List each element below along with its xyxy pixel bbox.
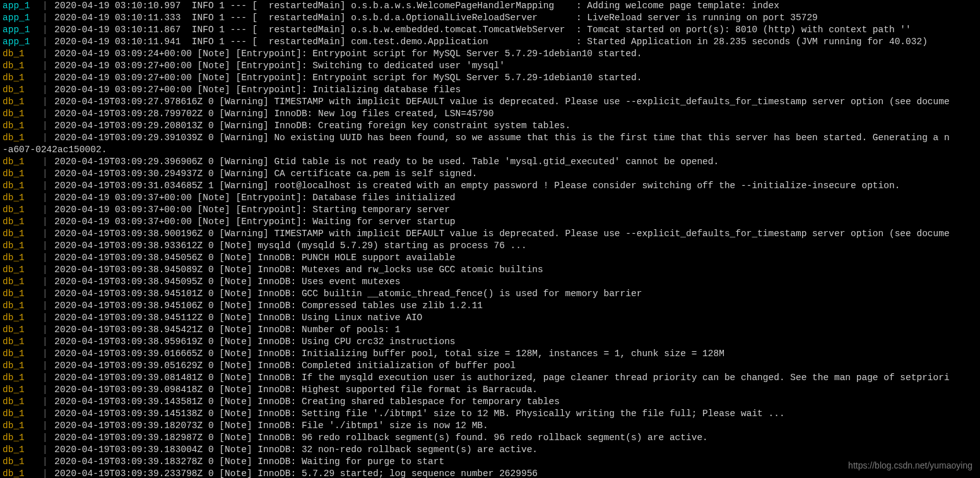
log-separator: | bbox=[35, 205, 54, 215]
log-prefix: db_1 bbox=[3, 313, 35, 323]
log-line: db_1 | 2020-04-19T03:09:27.978616Z 0 [Wa… bbox=[3, 96, 977, 108]
log-text: 2020-04-19 03:09:24+00:00 [Note] [Entryp… bbox=[54, 49, 642, 59]
log-prefix: db_1 bbox=[3, 73, 35, 83]
log-text: 2020-04-19T03:09:38.933612Z 0 [Note] mys… bbox=[54, 241, 526, 251]
log-text: 2020-04-19T03:09:39.143581Z 0 [Note] Inn… bbox=[54, 397, 560, 407]
log-line: db_1 | 2020-04-19T03:09:39.143581Z 0 [No… bbox=[3, 396, 977, 408]
log-text: 2020-04-19T03:09:39.183004Z 0 [Note] Inn… bbox=[54, 445, 538, 455]
log-line: db_1 | 2020-04-19T03:09:39.182987Z 0 [No… bbox=[3, 432, 977, 444]
log-separator: | bbox=[35, 373, 54, 383]
log-prefix: db_1 bbox=[3, 337, 35, 347]
log-separator: | bbox=[35, 325, 54, 335]
log-text: 2020-04-19 03:09:37+00:00 [Note] [Entryp… bbox=[54, 193, 455, 203]
log-separator: | bbox=[35, 349, 54, 359]
log-text: 2020-04-19T03:09:38.945421Z 0 [Note] Inn… bbox=[54, 325, 400, 335]
log-prefix: db_1 bbox=[3, 409, 35, 419]
log-prefix: db_1 bbox=[3, 229, 35, 239]
log-separator: | bbox=[35, 397, 54, 407]
log-prefix: db_1 bbox=[3, 181, 35, 191]
log-text: 2020-04-19T03:09:39.051629Z 0 [Note] Inn… bbox=[54, 361, 516, 371]
log-line: db_1 | 2020-04-19T03:09:30.294937Z 0 [Wa… bbox=[3, 168, 977, 180]
log-prefix: db_1 bbox=[3, 253, 35, 263]
log-prefix: db_1 bbox=[3, 361, 35, 371]
log-prefix: db_1 bbox=[3, 193, 35, 203]
log-line: db_1 | 2020-04-19T03:09:38.945056Z 0 [No… bbox=[3, 252, 977, 264]
log-prefix: db_1 bbox=[3, 421, 35, 431]
log-separator: | bbox=[35, 277, 54, 287]
log-text: 2020-04-19T03:09:39.145138Z 0 [Note] Inn… bbox=[54, 409, 784, 419]
log-text: 2020-04-19T03:09:39.182987Z 0 [Note] Inn… bbox=[54, 433, 707, 443]
log-separator: | bbox=[35, 109, 54, 119]
log-text: 2020-04-19T03:09:39.182073Z 0 [Note] Inn… bbox=[54, 421, 488, 431]
log-line: db_1 | 2020-04-19T03:09:28.799702Z 0 [Wa… bbox=[3, 108, 977, 120]
log-prefix: app_1 bbox=[3, 37, 35, 47]
log-line: app_1 | 2020-04-19 03:10:10.997 INFO 1 -… bbox=[3, 0, 977, 12]
log-prefix: db_1 bbox=[3, 97, 35, 107]
log-line: db_1 | 2020-04-19T03:09:38.945421Z 0 [No… bbox=[3, 324, 977, 336]
log-prefix: db_1 bbox=[3, 277, 35, 287]
log-line: db_1 | 2020-04-19T03:09:38.945095Z 0 [No… bbox=[3, 276, 977, 288]
log-prefix: db_1 bbox=[3, 157, 35, 167]
log-text: 2020-04-19T03:09:38.945056Z 0 [Note] Inn… bbox=[54, 253, 455, 263]
log-line: db_1 | 2020-04-19 03:09:37+00:00 [Note] … bbox=[3, 192, 977, 204]
log-line: app_1 | 2020-04-19 03:10:11.941 INFO 1 -… bbox=[3, 36, 977, 48]
log-text: 2020-04-19 03:09:27+00:00 [Note] [Entryp… bbox=[54, 73, 642, 83]
log-text: 2020-04-19 03:09:27+00:00 [Note] [Entryp… bbox=[54, 61, 505, 71]
log-prefix: db_1 bbox=[3, 325, 35, 335]
log-separator: | bbox=[35, 313, 54, 323]
log-text: 2020-04-19T03:09:38.900196Z 0 [Warning] … bbox=[54, 229, 949, 239]
log-line: -a607-0242ac150002. bbox=[3, 144, 977, 156]
log-prefix: db_1 bbox=[3, 301, 35, 311]
log-separator: | bbox=[35, 265, 54, 275]
log-separator: | bbox=[35, 301, 54, 311]
log-line: db_1 | 2020-04-19T03:09:38.945106Z 0 [No… bbox=[3, 300, 977, 312]
log-text: 2020-04-19 03:10:11.333 INFO 1 --- [ res… bbox=[54, 13, 818, 23]
log-separator: | bbox=[35, 1, 54, 11]
log-text: 2020-04-19T03:09:38.945106Z 0 [Note] Inn… bbox=[54, 301, 483, 311]
log-text: 2020-04-19T03:09:29.396906Z 0 [Warning] … bbox=[54, 157, 719, 167]
log-prefix: db_1 bbox=[3, 433, 35, 443]
log-prefix: app_1 bbox=[3, 1, 35, 11]
log-text: 2020-04-19 03:10:11.941 INFO 1 --- [ res… bbox=[54, 37, 928, 47]
log-line: db_1 | 2020-04-19T03:09:38.933612Z 0 [No… bbox=[3, 240, 977, 252]
log-text: 2020-04-19T03:09:27.978616Z 0 [Warning] … bbox=[54, 97, 949, 107]
log-line: db_1 | 2020-04-19T03:09:38.959619Z 0 [No… bbox=[3, 336, 977, 348]
log-text: 2020-04-19T03:09:39.016665Z 0 [Note] Inn… bbox=[54, 349, 724, 359]
log-separator: | bbox=[35, 361, 54, 371]
log-line: db_1 | 2020-04-19T03:09:29.391039Z 0 [Wa… bbox=[3, 132, 977, 144]
log-separator: | bbox=[35, 217, 54, 227]
log-separator: | bbox=[35, 253, 54, 263]
log-separator: | bbox=[35, 97, 54, 107]
log-text: 2020-04-19T03:09:30.294937Z 0 [Warning] … bbox=[54, 169, 477, 179]
log-text: 2020-04-19T03:09:38.945112Z 0 [Note] Inn… bbox=[54, 313, 422, 323]
log-line: db_1 | 2020-04-19 03:09:37+00:00 [Note] … bbox=[3, 216, 977, 228]
log-text: 2020-04-19 03:09:27+00:00 [Note] [Entryp… bbox=[54, 85, 461, 95]
log-text: 2020-04-19T03:09:31.034685Z 1 [Warning] … bbox=[54, 181, 900, 191]
log-text: 2020-04-19T03:09:39.098418Z 0 [Note] Inn… bbox=[54, 385, 538, 395]
log-separator: | bbox=[35, 421, 54, 431]
log-prefix: db_1 bbox=[3, 397, 35, 407]
log-line: db_1 | 2020-04-19T03:09:38.945101Z 0 [No… bbox=[3, 288, 977, 300]
log-separator: | bbox=[35, 409, 54, 419]
log-line: db_1 | 2020-04-19T03:09:39.183278Z 0 [No… bbox=[3, 456, 977, 468]
log-prefix: app_1 bbox=[3, 13, 35, 23]
log-prefix: db_1 bbox=[3, 265, 35, 275]
log-separator: | bbox=[35, 241, 54, 251]
log-separator: | bbox=[35, 193, 54, 203]
log-prefix: db_1 bbox=[3, 49, 35, 59]
log-prefix: db_1 bbox=[3, 133, 35, 143]
log-text: 2020-04-19 03:10:10.997 INFO 1 --- [ res… bbox=[54, 1, 779, 11]
log-line: db_1 | 2020-04-19T03:09:39.145138Z 0 [No… bbox=[3, 408, 977, 420]
log-line: db_1 | 2020-04-19 03:09:27+00:00 [Note] … bbox=[3, 84, 977, 96]
log-prefix: db_1 bbox=[3, 61, 35, 71]
log-text: 2020-04-19T03:09:38.959619Z 0 [Note] Inn… bbox=[54, 337, 455, 347]
log-prefix: db_1 bbox=[3, 373, 35, 383]
log-separator: | bbox=[35, 169, 54, 179]
log-separator: | bbox=[35, 445, 54, 455]
log-separator: | bbox=[35, 49, 54, 59]
log-prefix: app_1 bbox=[3, 25, 35, 35]
log-prefix: db_1 bbox=[3, 289, 35, 299]
log-prefix: db_1 bbox=[3, 349, 35, 359]
log-text: 2020-04-19T03:09:39.183278Z 0 [Note] Inn… bbox=[54, 457, 444, 467]
terminal-output[interactable]: app_1 | 2020-04-19 03:10:10.997 INFO 1 -… bbox=[0, 0, 980, 478]
